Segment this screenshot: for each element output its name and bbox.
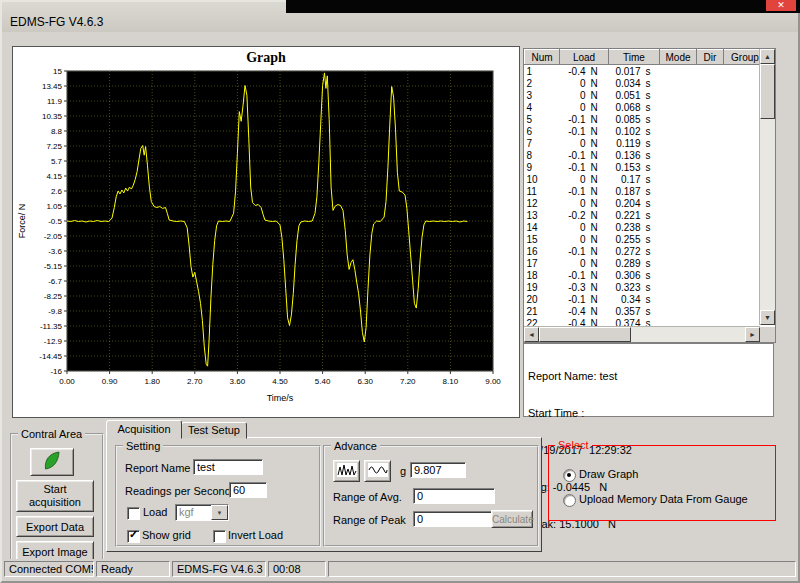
svg-text:10.35: 10.35 — [42, 112, 63, 121]
svg-text:-11.35: -11.35 — [40, 322, 63, 331]
show-grid-checkbox[interactable] — [127, 530, 140, 543]
svg-text:5.40: 5.40 — [315, 377, 331, 386]
table-cell — [697, 281, 724, 293]
readings-input[interactable] — [229, 482, 267, 498]
table-cell: 18 — [525, 269, 560, 281]
table-cell: 9 — [525, 161, 560, 173]
table-row[interactable]: 120N0.204s — [525, 197, 767, 209]
invert-load-checkbox[interactable] — [213, 530, 226, 543]
table-row[interactable]: 16-0.1N0.272s — [525, 245, 767, 257]
invert-load-label: Invert Load — [228, 529, 283, 541]
table-cell: 0N — [560, 221, 609, 233]
load-label: Load — [143, 506, 167, 518]
calculate-button[interactable]: Calculate — [491, 510, 533, 528]
table-cell — [697, 209, 724, 221]
column-header-time[interactable]: Time — [609, 50, 660, 65]
table-cell: 8 — [525, 149, 560, 161]
select-title: Select — [555, 439, 592, 451]
dropdown-arrow-icon[interactable]: ▼ — [211, 505, 228, 520]
svg-text:-2.05: -2.05 — [44, 232, 63, 241]
gauge-connect-button[interactable] — [30, 448, 74, 476]
close-icon: ✕ — [777, 0, 785, 10]
table-row[interactable]: 11-0.1N0.187s — [525, 185, 767, 197]
tab-acquisition[interactable]: Acquisition — [106, 420, 182, 439]
table-row[interactable]: 21-0.4N0.357s — [525, 305, 767, 317]
table-row[interactable]: 1-0.4N0.017s — [525, 65, 767, 78]
table-row[interactable]: 18-0.1N0.306s — [525, 269, 767, 281]
scroll-down-icon[interactable]: ▼ — [760, 310, 775, 325]
graph-svg: 1513.4511.910.358.87.255.74.152.61.05-0.… — [13, 65, 519, 415]
table-cell — [660, 197, 697, 209]
vertical-scrollbar[interactable]: ▲ ▼ — [759, 49, 775, 325]
report-name-input[interactable] — [193, 459, 263, 475]
setting-group: Setting Report Name Readings per Seconds… — [115, 440, 321, 547]
upload-memory-radio[interactable] — [563, 494, 576, 507]
table-cell — [697, 197, 724, 209]
table-cell: 0.017s — [609, 65, 660, 78]
table-row[interactable]: 6-0.1N0.102s — [525, 125, 767, 137]
table-cell: 0.357s — [609, 305, 660, 317]
table-cell: 0.136s — [609, 149, 660, 161]
export-data-button[interactable]: Export Data — [16, 516, 94, 537]
table-cell — [660, 137, 697, 149]
svg-text:1.80: 1.80 — [144, 377, 160, 386]
data-table-panel: NumLoadTimeModeDirGroup 1-0.4N0.017s20N0… — [523, 48, 776, 343]
table-cell — [697, 293, 724, 305]
table-row[interactable]: 20-0.1N0.34s — [525, 293, 767, 305]
scroll-up-icon[interactable]: ▲ — [760, 49, 775, 64]
table-row[interactable]: 40N0.068s — [525, 101, 767, 113]
scroll-right-icon[interactable]: ► — [745, 327, 760, 342]
background-window-strip: ✕ — [286, 0, 800, 13]
table-row[interactable]: 5-0.1N0.085s — [525, 113, 767, 125]
horizontal-scrollbar[interactable]: ◄ ► — [524, 326, 760, 342]
table-cell: 0.272s — [609, 245, 660, 257]
table-row[interactable]: 9-0.1N0.153s — [525, 161, 767, 173]
range-avg-input[interactable] — [413, 488, 495, 504]
table-cell — [697, 269, 724, 281]
horizontal-scroll-thumb[interactable] — [539, 327, 631, 342]
table-row[interactable]: 70N0.119s — [525, 137, 767, 149]
range-avg-label: Range of Avg. — [333, 491, 402, 503]
table-cell — [697, 257, 724, 269]
table-row[interactable]: 8-0.1N0.136s — [525, 149, 767, 161]
tab-test-setup[interactable]: Test Setup — [181, 422, 247, 439]
table-cell — [697, 173, 724, 185]
table-cell: -0.1N — [560, 185, 609, 197]
table-row[interactable]: 100N0.17s — [525, 173, 767, 185]
table-cell: 0.034s — [609, 77, 660, 89]
table-row[interactable]: 30N0.051s — [525, 89, 767, 101]
table-row[interactable]: 170N0.289s — [525, 257, 767, 269]
range-peak-input[interactable] — [413, 511, 495, 527]
table-cell: 7 — [525, 137, 560, 149]
column-header-num[interactable]: Num — [525, 50, 560, 65]
load-checkbox[interactable] — [127, 507, 140, 520]
app-window: EDMS-FG V4.6.3 Graph 1513.4511.910.358.8… — [0, 0, 800, 583]
g-input[interactable] — [410, 462, 466, 478]
svg-text:0.90: 0.90 — [102, 377, 118, 386]
table-row[interactable]: 19-0.3N0.323s — [525, 281, 767, 293]
column-header-dir[interactable]: Dir — [697, 50, 724, 65]
table-cell: 0.306s — [609, 269, 660, 281]
graph-panel: Graph 1513.4511.910.358.87.255.74.152.61… — [12, 46, 520, 418]
close-button[interactable]: ✕ — [766, 0, 796, 11]
table-row[interactable]: 140N0.238s — [525, 221, 767, 233]
wave-mode-button[interactable] — [364, 460, 391, 482]
scroll-left-icon[interactable]: ◄ — [524, 327, 539, 342]
draw-graph-radio[interactable] — [563, 469, 576, 482]
table-row[interactable]: 150N0.255s — [525, 233, 767, 245]
svg-text:-6.7: -6.7 — [48, 277, 62, 286]
table-row[interactable]: 20N0.034s — [525, 77, 767, 89]
peak-mode-button[interactable] — [333, 460, 360, 482]
table-cell: 5 — [525, 113, 560, 125]
column-header-mode[interactable]: Mode — [660, 50, 697, 65]
load-unit-dropdown[interactable]: kgf ▼ — [175, 504, 229, 521]
scrollbar-corner — [760, 327, 775, 342]
vertical-scroll-thumb[interactable] — [760, 64, 775, 119]
table-cell: 11 — [525, 185, 560, 197]
svg-text:-16: -16 — [50, 367, 62, 376]
table-row[interactable]: 13-0.2N0.221s — [525, 209, 767, 221]
table-cell: 0.238s — [609, 221, 660, 233]
start-acquisition-button[interactable]: Start acquisition — [16, 480, 94, 512]
column-header-load[interactable]: Load — [560, 50, 609, 65]
table-cell: 0N — [560, 197, 609, 209]
